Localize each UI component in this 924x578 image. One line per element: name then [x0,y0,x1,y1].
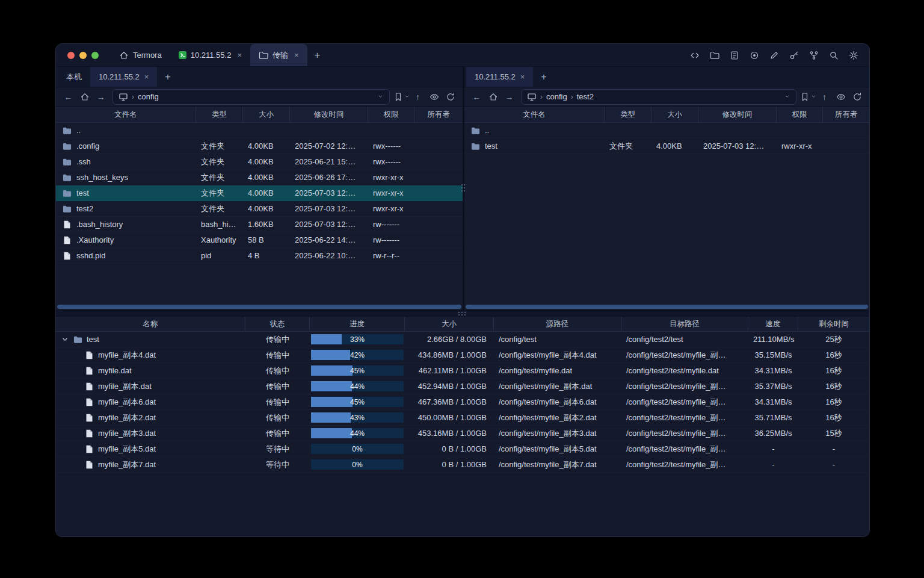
minimize-window-button[interactable] [79,52,87,59]
new-tab-button[interactable]: + [307,44,328,66]
file-row[interactable]: ssh_host_keys文件夹4.00KB2025-06-26 17:…rwx… [56,170,463,185]
close-tab-icon[interactable]: × [520,72,525,81]
transfer-name-cell: myfile_副本4.dat [56,350,245,361]
column-header-filename[interactable]: 文件名 [56,107,196,122]
column-header-eta[interactable]: 剩余时间 [798,317,869,331]
branch-icon[interactable] [809,51,819,60]
new-tab-button[interactable]: + [157,67,178,87]
column-header-size[interactable]: 大小 [243,107,290,122]
file-row[interactable]: .XauthorityXauthority58 B2025-06-22 14:…… [56,232,463,248]
close-tab-icon[interactable]: × [294,51,299,60]
chevron-down-icon[interactable] [377,93,384,100]
tab-host-session[interactable]: 10.211.55.2 × [170,44,250,66]
transfer-row[interactable]: myfile_副本.dat传输中44%452.94MB / 1.00GB/con… [56,379,869,394]
transfer-row[interactable]: myfile_副本3.dat传输中44%453.16MB / 1.00GB/co… [56,426,869,441]
file-row[interactable]: .config文件夹4.00KB2025-07-02 12:…rwx------ [56,138,463,154]
transfer-row[interactable]: myfile_副本2.dat传输中43%450.00MB / 1.00GB/co… [56,410,869,426]
chevron-down-icon[interactable] [61,335,69,344]
path-segment[interactable]: config [546,92,567,101]
column-header-modified[interactable]: 修改时间 [290,107,368,122]
column-header-target-path[interactable]: 目标路径 [621,317,748,331]
parent-directory-icon[interactable]: ↑ [410,90,425,104]
file-row[interactable]: test文件夹4.00KB2025-07-03 12:…rwxr-xr-x [56,185,463,201]
transfer-row[interactable]: test传输中33%2.66GB / 8.00GB/config/test/co… [56,332,869,347]
tab-remote-host[interactable]: 10.211.55.2 × [466,67,533,87]
path-segment[interactable]: config [138,92,159,101]
bookmark-button[interactable] [801,90,816,104]
progress-label: 45% [311,397,404,407]
close-tab-icon[interactable]: × [237,51,242,60]
eye-icon[interactable] [833,90,848,104]
column-header-owner[interactable]: 所有者 [823,107,869,122]
chevron-down-icon[interactable] [784,93,790,100]
home-icon[interactable] [77,90,92,104]
file-row[interactable]: .bash_historybash_hi…1.60KB2025-07-03 12… [56,217,463,232]
file-row[interactable]: .ssh文件夹4.00KB2025-06-21 15:…rwx------ [56,154,463,170]
column-header-owner[interactable]: 所有者 [414,107,463,122]
file-row[interactable]: test文件夹4.00KB2025-07-03 12:…rwxr-xr-x [464,138,869,154]
refresh-icon[interactable] [443,90,458,104]
transfer-row[interactable]: myfile.dat传输中45%462.11MB / 1.00GB/config… [56,363,869,379]
column-header-type[interactable]: 类型 [196,107,243,122]
column-header-filename[interactable]: 文件名 [464,107,605,122]
home-icon[interactable] [485,90,500,104]
back-icon[interactable]: ← [469,90,484,104]
settings-icon[interactable] [849,51,858,60]
back-icon[interactable]: ← [61,90,76,104]
search-icon[interactable] [829,51,839,60]
path-breadcrumb[interactable]: ›config [112,89,390,105]
folder-icon [63,173,72,182]
column-header-size[interactable]: 大小 [651,107,698,122]
tab-remote-host[interactable]: 10.211.55.2 × [90,67,157,87]
transfer-row[interactable]: myfile_副本4.dat传输中42%434.86MB / 1.00GB/co… [56,347,869,363]
tab-transfer[interactable]: 传输 × [250,44,307,66]
refresh-icon[interactable] [849,90,864,104]
transfer-row[interactable]: myfile_副本5.dat等待中0%0 B / 1.00GB/config/t… [56,441,869,457]
eye-icon[interactable] [427,90,442,104]
column-header-type[interactable]: 类型 [605,107,651,122]
log-icon[interactable] [730,51,739,60]
transfer-row[interactable]: myfile_副本6.dat传输中45%467.36MB / 1.00GB/co… [56,394,869,410]
forward-icon[interactable]: → [93,90,108,104]
forward-icon[interactable]: → [502,90,517,104]
file-modified: 2025-06-21 15:… [290,157,368,166]
bookmark-button[interactable] [394,90,409,104]
tab-local[interactable]: 本机 [58,67,90,87]
path-segment[interactable]: test2 [577,92,594,101]
column-header-source-path[interactable]: 源路径 [494,317,621,331]
column-header-modified[interactable]: 修改时间 [698,107,777,122]
zoom-window-button[interactable] [91,52,99,59]
new-tab-button[interactable]: + [533,67,554,87]
record-icon[interactable] [750,51,759,60]
folder-icon[interactable] [710,51,719,60]
transfer-name-cell: myfile_副本6.dat [56,397,245,408]
right-horizontal-scrollbar[interactable] [464,303,869,310]
left-panel-tabs: 本机 10.211.55.2 × + [56,67,463,87]
close-window-button[interactable] [67,52,75,59]
column-header-permissions[interactable]: 权限 [368,107,414,122]
horizontal-splitter[interactable] [56,310,869,317]
key-icon[interactable] [789,51,799,60]
file-row[interactable]: sshd.pidpid4 B2025-06-22 10:…rw-r--r-- [56,248,463,264]
column-header-name[interactable]: 名称 [56,317,245,331]
left-horizontal-scrollbar[interactable] [56,303,463,310]
code-icon[interactable] [690,51,700,60]
edit-icon[interactable] [769,51,779,60]
parent-directory-icon[interactable]: ↑ [817,90,832,104]
transfer-row[interactable]: myfile_副本7.dat等待中0%0 B / 1.00GB/config/t… [56,457,869,473]
close-tab-icon[interactable]: × [144,72,149,81]
file-row[interactable]: .. [464,123,869,138]
column-header-speed[interactable]: 速度 [748,317,798,331]
column-header-size[interactable]: 大小 [405,317,494,331]
path-breadcrumb[interactable]: ›config›test2 [521,89,796,105]
vertical-splitter[interactable] [463,67,464,310]
file-row[interactable]: test2文件夹4.00KB2025-07-03 12:…rwxr-xr-x [56,201,463,217]
column-header-progress[interactable]: 进度 [310,317,405,331]
column-header-status[interactable]: 状态 [245,317,310,331]
scrollbar-thumb[interactable] [466,305,868,309]
column-header-permissions[interactable]: 权限 [777,107,823,122]
file-row[interactable]: .. [56,123,463,138]
transfer-panel: 名称 状态 进度 大小 源路径 目标路径 速度 剩余时间 test传输中33%2… [56,317,869,536]
scrollbar-thumb[interactable] [57,305,461,309]
tab-termora[interactable]: Termora [111,44,170,66]
